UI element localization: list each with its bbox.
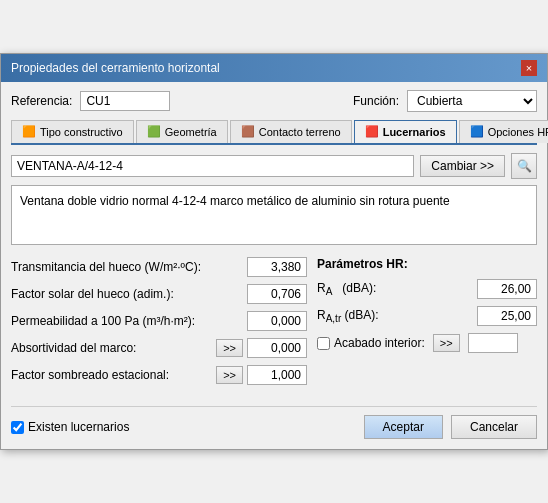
sombreado-arrow-button[interactable]: >> (216, 366, 243, 384)
reference-row: Referencia: Función: Cubierta Suelo Forj… (11, 90, 537, 112)
param-label-absortividad: Absortividad del marco: (11, 341, 216, 355)
tab-icon-tipo: 🟧 (22, 125, 36, 139)
tab-geometria[interactable]: 🟩 Geometría (136, 120, 228, 143)
main-window: Propiedades del cerramiento horizontal ×… (0, 53, 548, 450)
search-icon: 🔍 (517, 159, 532, 173)
hr-label-ra: RA (dBA): (317, 281, 397, 297)
acabado-row: Acabado interior: >> (317, 333, 537, 353)
ventana-input[interactable] (11, 155, 414, 177)
tab-tipo-constructivo[interactable]: 🟧 Tipo constructivo (11, 120, 134, 143)
param-value-factor-solar[interactable] (247, 284, 307, 304)
param-row-permeabilidad: Permeabilidad a 100 Pa (m³/h·m²): (11, 311, 307, 331)
footer-area: Existen lucernarios Aceptar Cancelar (11, 406, 537, 439)
tab-icon-lucernarios: 🟥 (365, 125, 379, 139)
cancelar-button[interactable]: Cancelar (451, 415, 537, 439)
lucernarios-checkbox[interactable] (11, 421, 24, 434)
tabs-bar: 🟧 Tipo constructivo 🟩 Geometría 🟫 Contac… (11, 120, 537, 145)
lucernarios-checkbox-label: Existen lucernarios (28, 420, 129, 434)
ref-label: Referencia: (11, 94, 72, 108)
ventana-icon-button[interactable]: 🔍 (511, 153, 537, 179)
param-label-factor-solar: Factor solar del hueco (adim.): (11, 287, 247, 301)
funcion-select[interactable]: Cubierta Suelo Forjado (407, 90, 537, 112)
param-row-transmitancia: Transmitancia del hueco (W/m²·ºC): (11, 257, 307, 277)
param-value-sombreado[interactable] (247, 365, 307, 385)
footer-left: Existen lucernarios (11, 420, 129, 434)
param-label-permeabilidad: Permeabilidad a 100 Pa (m³/h·m²): (11, 314, 247, 328)
hr-label-ratr: RA,tr (dBA): (317, 308, 397, 324)
left-params: Transmitancia del hueco (W/m²·ºC): Facto… (11, 257, 307, 392)
aceptar-button[interactable]: Aceptar (364, 415, 443, 439)
param-value-permeabilidad[interactable] (247, 311, 307, 331)
param-row-sombreado: Factor sombreado estacional: >> (11, 365, 307, 385)
ventana-row: Cambiar >> 🔍 (11, 153, 537, 179)
description-box: Ventana doble vidrio normal 4-12-4 marco… (11, 185, 537, 245)
param-label-sombreado: Factor sombreado estacional: (11, 368, 216, 382)
description-text: Ventana doble vidrio normal 4-12-4 marco… (20, 194, 450, 208)
tab-icon-geometria: 🟩 (147, 125, 161, 139)
tab-opciones-hr[interactable]: 🟦 Opciones HR (459, 120, 548, 143)
hr-param-row-ratr: RA,tr (dBA): (317, 306, 537, 326)
acabado-arrow-button[interactable]: >> (433, 334, 460, 352)
tab-contacto-terreno[interactable]: 🟫 Contacto terreno (230, 120, 352, 143)
right-params: Parámetros HR: RA (dBA): RA,tr (dBA): Ac… (317, 257, 537, 392)
acabado-label: Acabado interior: (334, 336, 425, 350)
footer-buttons: Aceptar Cancelar (364, 415, 537, 439)
funcion-label: Función: (353, 94, 399, 108)
tab-icon-opciones: 🟦 (470, 125, 484, 139)
param-value-transmitancia[interactable] (247, 257, 307, 277)
acabado-checkbox-area: Acabado interior: (317, 336, 425, 350)
cambiar-button[interactable]: Cambiar >> (420, 155, 505, 177)
content-area: Referencia: Función: Cubierta Suelo Forj… (1, 82, 547, 449)
window-title: Propiedades del cerramiento horizontal (11, 61, 220, 75)
tab-label-tipo: Tipo constructivo (40, 126, 123, 138)
ref-input[interactable] (80, 91, 170, 111)
acabado-checkbox[interactable] (317, 337, 330, 350)
tab-lucernarios[interactable]: 🟥 Lucernarios (354, 120, 457, 143)
tab-label-lucernarios: Lucernarios (383, 126, 446, 138)
param-row-factor-solar: Factor solar del hueco (adim.): (11, 284, 307, 304)
title-bar: Propiedades del cerramiento horizontal × (1, 54, 547, 82)
tab-label-opciones: Opciones HR (488, 126, 548, 138)
hr-value-ratr[interactable] (477, 306, 537, 326)
params-area: Transmitancia del hueco (W/m²·ºC): Facto… (11, 257, 537, 392)
param-row-absortividad: Absortividad del marco: >> (11, 338, 307, 358)
tab-icon-contacto: 🟫 (241, 125, 255, 139)
acabado-value[interactable] (468, 333, 518, 353)
tab-label-geometria: Geometría (165, 126, 217, 138)
hr-title: Parámetros HR: (317, 257, 537, 271)
param-value-absortividad[interactable] (247, 338, 307, 358)
tab-label-contacto: Contacto terreno (259, 126, 341, 138)
hr-value-ra[interactable] (477, 279, 537, 299)
absortividad-arrow-button[interactable]: >> (216, 339, 243, 357)
hr-param-row-ra: RA (dBA): (317, 279, 537, 299)
param-label-transmitancia: Transmitancia del hueco (W/m²·ºC): (11, 260, 247, 274)
close-button[interactable]: × (521, 60, 537, 76)
